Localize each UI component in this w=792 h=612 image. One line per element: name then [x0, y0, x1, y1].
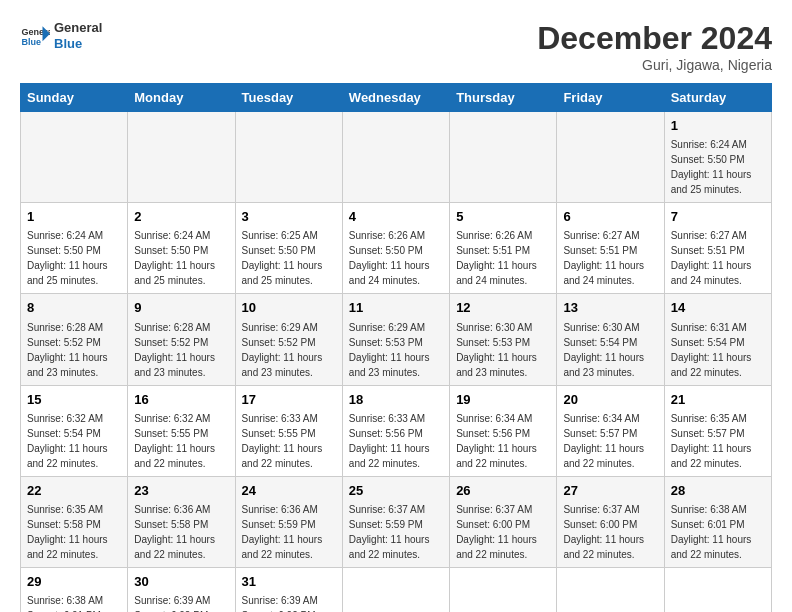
calendar-cell — [342, 567, 449, 612]
logo-icon: General Blue — [20, 21, 50, 51]
day-number: 5 — [456, 208, 550, 226]
day-info: Sunrise: 6:34 AMSunset: 5:57 PMDaylight:… — [563, 413, 644, 469]
calendar-cell — [342, 112, 449, 203]
day-info: Sunrise: 6:37 AMSunset: 5:59 PMDaylight:… — [349, 504, 430, 560]
day-info: Sunrise: 6:38 AMSunset: 6:01 PMDaylight:… — [27, 595, 108, 612]
calendar-cell: 13Sunrise: 6:30 AMSunset: 5:54 PMDayligh… — [557, 294, 664, 385]
calendar-cell: 2Sunrise: 6:24 AMSunset: 5:50 PMDaylight… — [128, 203, 235, 294]
calendar-cell: 26Sunrise: 6:37 AMSunset: 6:00 PMDayligh… — [450, 476, 557, 567]
calendar-cell: 5Sunrise: 6:26 AMSunset: 5:51 PMDaylight… — [450, 203, 557, 294]
day-number: 3 — [242, 208, 336, 226]
calendar-week-4: 15Sunrise: 6:32 AMSunset: 5:54 PMDayligh… — [21, 385, 772, 476]
day-number: 9 — [134, 299, 228, 317]
day-number: 19 — [456, 391, 550, 409]
calendar-cell — [21, 112, 128, 203]
day-number: 2 — [134, 208, 228, 226]
day-info: Sunrise: 6:24 AMSunset: 5:50 PMDaylight:… — [27, 230, 108, 286]
calendar-week-1: 1Sunrise: 6:24 AMSunset: 5:50 PMDaylight… — [21, 112, 772, 203]
day-number: 17 — [242, 391, 336, 409]
day-number: 1 — [27, 208, 121, 226]
svg-text:Blue: Blue — [22, 37, 42, 47]
day-number: 1 — [671, 117, 765, 135]
day-header-thursday: Thursday — [450, 84, 557, 112]
calendar-cell: 1Sunrise: 6:24 AMSunset: 5:50 PMDaylight… — [664, 112, 771, 203]
calendar-cell: 8Sunrise: 6:28 AMSunset: 5:52 PMDaylight… — [21, 294, 128, 385]
calendar-cell: 1Sunrise: 6:24 AMSunset: 5:50 PMDaylight… — [21, 203, 128, 294]
page-subtitle: Guri, Jigawa, Nigeria — [537, 57, 772, 73]
calendar-cell — [235, 112, 342, 203]
calendar-table: SundayMondayTuesdayWednesdayThursdayFrid… — [20, 83, 772, 612]
day-info: Sunrise: 6:35 AMSunset: 5:57 PMDaylight:… — [671, 413, 752, 469]
day-number: 18 — [349, 391, 443, 409]
day-header-sunday: Sunday — [21, 84, 128, 112]
calendar-cell — [557, 112, 664, 203]
day-info: Sunrise: 6:31 AMSunset: 5:54 PMDaylight:… — [671, 322, 752, 378]
day-info: Sunrise: 6:27 AMSunset: 5:51 PMDaylight:… — [671, 230, 752, 286]
calendar-cell — [450, 112, 557, 203]
day-info: Sunrise: 6:32 AMSunset: 5:55 PMDaylight:… — [134, 413, 215, 469]
day-number: 26 — [456, 482, 550, 500]
day-info: Sunrise: 6:33 AMSunset: 5:55 PMDaylight:… — [242, 413, 323, 469]
day-number: 14 — [671, 299, 765, 317]
calendar-cell: 6Sunrise: 6:27 AMSunset: 5:51 PMDaylight… — [557, 203, 664, 294]
calendar-cell: 11Sunrise: 6:29 AMSunset: 5:53 PMDayligh… — [342, 294, 449, 385]
day-number: 29 — [27, 573, 121, 591]
day-info: Sunrise: 6:24 AMSunset: 5:50 PMDaylight:… — [134, 230, 215, 286]
calendar-cell: 15Sunrise: 6:32 AMSunset: 5:54 PMDayligh… — [21, 385, 128, 476]
day-info: Sunrise: 6:37 AMSunset: 6:00 PMDaylight:… — [563, 504, 644, 560]
calendar-cell: 18Sunrise: 6:33 AMSunset: 5:56 PMDayligh… — [342, 385, 449, 476]
calendar-cell: 30Sunrise: 6:39 AMSunset: 6:02 PMDayligh… — [128, 567, 235, 612]
logo: General Blue General Blue — [20, 20, 102, 51]
day-info: Sunrise: 6:36 AMSunset: 5:58 PMDaylight:… — [134, 504, 215, 560]
page-title: December 2024 — [537, 20, 772, 57]
calendar-cell: 4Sunrise: 6:26 AMSunset: 5:50 PMDaylight… — [342, 203, 449, 294]
day-number: 21 — [671, 391, 765, 409]
calendar-cell: 3Sunrise: 6:25 AMSunset: 5:50 PMDaylight… — [235, 203, 342, 294]
calendar-cell: 12Sunrise: 6:30 AMSunset: 5:53 PMDayligh… — [450, 294, 557, 385]
calendar-cell — [128, 112, 235, 203]
calendar-cell: 10Sunrise: 6:29 AMSunset: 5:52 PMDayligh… — [235, 294, 342, 385]
day-number: 24 — [242, 482, 336, 500]
day-info: Sunrise: 6:28 AMSunset: 5:52 PMDaylight:… — [134, 322, 215, 378]
day-info: Sunrise: 6:29 AMSunset: 5:53 PMDaylight:… — [349, 322, 430, 378]
calendar-cell: 22Sunrise: 6:35 AMSunset: 5:58 PMDayligh… — [21, 476, 128, 567]
day-info: Sunrise: 6:25 AMSunset: 5:50 PMDaylight:… — [242, 230, 323, 286]
calendar-cell: 21Sunrise: 6:35 AMSunset: 5:57 PMDayligh… — [664, 385, 771, 476]
day-info: Sunrise: 6:34 AMSunset: 5:56 PMDaylight:… — [456, 413, 537, 469]
day-info: Sunrise: 6:26 AMSunset: 5:51 PMDaylight:… — [456, 230, 537, 286]
day-number: 11 — [349, 299, 443, 317]
day-info: Sunrise: 6:27 AMSunset: 5:51 PMDaylight:… — [563, 230, 644, 286]
calendar-cell: 14Sunrise: 6:31 AMSunset: 5:54 PMDayligh… — [664, 294, 771, 385]
calendar-cell: 17Sunrise: 6:33 AMSunset: 5:55 PMDayligh… — [235, 385, 342, 476]
day-number: 20 — [563, 391, 657, 409]
day-info: Sunrise: 6:30 AMSunset: 5:54 PMDaylight:… — [563, 322, 644, 378]
calendar-cell: 28Sunrise: 6:38 AMSunset: 6:01 PMDayligh… — [664, 476, 771, 567]
day-header-friday: Friday — [557, 84, 664, 112]
logo-blue-text: Blue — [54, 36, 102, 52]
day-number: 12 — [456, 299, 550, 317]
day-number: 10 — [242, 299, 336, 317]
calendar-cell: 23Sunrise: 6:36 AMSunset: 5:58 PMDayligh… — [128, 476, 235, 567]
day-info: Sunrise: 6:35 AMSunset: 5:58 PMDaylight:… — [27, 504, 108, 560]
day-number: 28 — [671, 482, 765, 500]
day-info: Sunrise: 6:24 AMSunset: 5:50 PMDaylight:… — [671, 139, 752, 195]
title-block: December 2024 Guri, Jigawa, Nigeria — [537, 20, 772, 73]
calendar-cell: 16Sunrise: 6:32 AMSunset: 5:55 PMDayligh… — [128, 385, 235, 476]
day-info: Sunrise: 6:26 AMSunset: 5:50 PMDaylight:… — [349, 230, 430, 286]
day-info: Sunrise: 6:30 AMSunset: 5:53 PMDaylight:… — [456, 322, 537, 378]
calendar-week-6: 29Sunrise: 6:38 AMSunset: 6:01 PMDayligh… — [21, 567, 772, 612]
day-info: Sunrise: 6:39 AMSunset: 6:02 PMDaylight:… — [134, 595, 215, 612]
calendar-cell: 9Sunrise: 6:28 AMSunset: 5:52 PMDaylight… — [128, 294, 235, 385]
day-header-tuesday: Tuesday — [235, 84, 342, 112]
day-info: Sunrise: 6:39 AMSunset: 6:02 PMDaylight:… — [242, 595, 323, 612]
day-number: 6 — [563, 208, 657, 226]
page-header: General Blue General Blue December 2024 … — [20, 20, 772, 73]
day-number: 13 — [563, 299, 657, 317]
calendar-cell: 25Sunrise: 6:37 AMSunset: 5:59 PMDayligh… — [342, 476, 449, 567]
calendar-cell: 27Sunrise: 6:37 AMSunset: 6:00 PMDayligh… — [557, 476, 664, 567]
day-number: 4 — [349, 208, 443, 226]
day-number: 7 — [671, 208, 765, 226]
calendar-week-2: 1Sunrise: 6:24 AMSunset: 5:50 PMDaylight… — [21, 203, 772, 294]
day-info: Sunrise: 6:32 AMSunset: 5:54 PMDaylight:… — [27, 413, 108, 469]
day-number: 8 — [27, 299, 121, 317]
